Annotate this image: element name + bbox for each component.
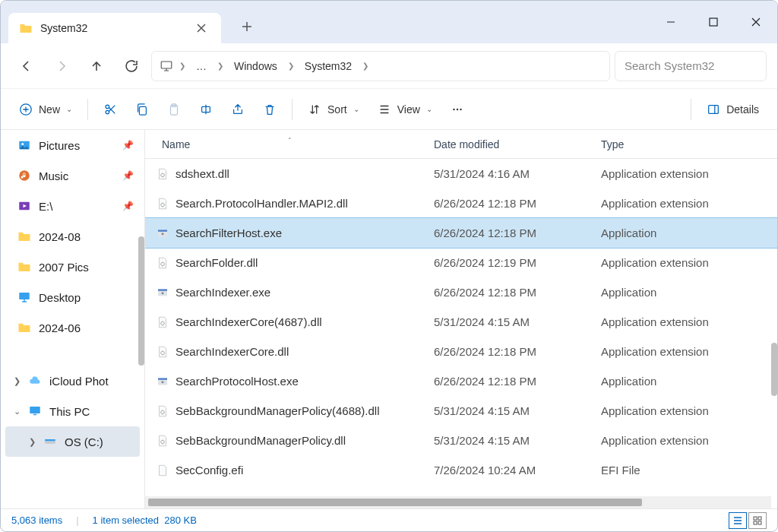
sidebar-item[interactable]: 2007 Pics <box>5 252 140 282</box>
svg-rect-0 <box>710 18 717 26</box>
svg-rect-1 <box>161 62 172 68</box>
sidebar-item[interactable]: 2024-06 <box>5 312 140 343</box>
folder-icon <box>19 21 33 35</box>
svg-rect-5 <box>139 106 146 115</box>
sort-icon <box>308 103 321 116</box>
file-name: Search.ProtocolHandler.MAPI2.dll <box>176 197 348 210</box>
sidebar-item[interactable]: ⌄This PC <box>5 396 140 426</box>
svg-rect-25 <box>158 230 167 231</box>
chevron-right-icon: ❯ <box>359 62 372 70</box>
tab-close-button[interactable] <box>192 19 210 37</box>
maximize-icon <box>708 17 719 27</box>
file-list[interactable]: sdshext.dll5/31/2024 4:16 AMApplication … <box>145 159 777 496</box>
up-button[interactable] <box>81 51 112 81</box>
back-button[interactable] <box>11 51 42 81</box>
breadcrumb-overflow[interactable]: … <box>191 57 211 75</box>
file-name: SebBackgroundManagerPolicy.dll <box>176 434 346 447</box>
ellipsis-icon <box>451 103 464 116</box>
file-date: 6/26/2024 12:18 PM <box>434 345 601 358</box>
sidebar-item[interactable]: ❯OS (C:) <box>5 426 140 457</box>
file-row[interactable]: SebBackgroundManagerPolicy(4688).dll5/31… <box>145 396 777 426</box>
file-type: Application extension <box>601 197 777 210</box>
chevron-down-icon: ⌄ <box>66 105 72 113</box>
maximize-button[interactable] <box>692 7 735 37</box>
details-view-button[interactable] <box>729 512 747 529</box>
sort-button[interactable]: Sort ⌄ <box>300 96 367 123</box>
file-row[interactable]: SearchFolder.dll6/26/2024 12:19 PMApplic… <box>145 248 777 277</box>
column-header-type[interactable]: Type <box>601 138 777 150</box>
chevron-right-icon: ❯ <box>214 62 226 70</box>
forward-button[interactable] <box>46 51 77 81</box>
file-row[interactable]: SearchIndexerCore(4687).dll5/31/2024 4:1… <box>145 307 777 337</box>
file-name: SearchProtocolHost.exe <box>176 375 299 388</box>
sidebar-item[interactable]: 2024-08 <box>5 221 140 252</box>
chevron-down-icon: ⌄ <box>426 105 432 113</box>
svg-point-11 <box>460 108 461 109</box>
more-button[interactable] <box>443 96 472 123</box>
column-header-date[interactable]: Date modified <box>434 138 601 150</box>
sort-label: Sort <box>327 103 347 116</box>
file-row[interactable]: SearchProtocolHost.exe6/26/2024 12:18 PM… <box>145 366 777 396</box>
details-pane-button[interactable]: Details <box>699 96 767 123</box>
sidebar-item[interactable]: ❯iCloud Phot <box>5 366 140 396</box>
sidebar-item[interactable]: E:\📌 <box>5 191 140 221</box>
file-type: Application <box>601 226 777 239</box>
horizontal-scrollbar[interactable] <box>145 496 771 508</box>
column-header-name[interactable]: ˄ Name <box>145 138 434 150</box>
refresh-button[interactable] <box>116 51 147 81</box>
file-row[interactable]: SearchIndexer.exe6/26/2024 12:18 PMAppli… <box>145 277 777 307</box>
minimize-button[interactable] <box>650 7 692 37</box>
file-type: Application extension <box>601 256 777 269</box>
arrow-up-icon <box>89 59 104 74</box>
search-input[interactable]: Search System32 <box>615 51 767 81</box>
view-button[interactable]: View ⌄ <box>370 96 440 123</box>
breadcrumb-item[interactable]: System32 <box>300 57 356 75</box>
tab[interactable]: System32 <box>8 13 221 43</box>
arrow-left-icon <box>19 59 34 74</box>
file-row[interactable]: SecConfig.efi7/26/2024 10:24 AMEFI File <box>145 455 777 485</box>
cut-button[interactable] <box>96 96 125 123</box>
breadcrumb-bar[interactable]: ❯ … ❯ Windows ❯ System32 ❯ <box>151 51 610 81</box>
svg-rect-17 <box>19 293 30 299</box>
file-row[interactable]: sdshext.dll5/31/2024 4:16 AMApplication … <box>145 159 777 188</box>
sidebar-item[interactable]: Desktop <box>5 282 140 312</box>
delete-button[interactable] <box>255 96 284 123</box>
expander-icon[interactable]: ⌄ <box>11 407 22 416</box>
expander-icon[interactable]: ❯ <box>11 376 22 386</box>
breadcrumb-item[interactable]: Windows <box>229 57 282 75</box>
monitor-icon <box>160 59 173 73</box>
rename-button[interactable] <box>191 96 220 123</box>
file-date: 6/26/2024 12:18 PM <box>434 197 601 210</box>
sidebar-scrollbar[interactable] <box>138 236 144 366</box>
share-button[interactable] <box>223 96 252 123</box>
list-icon <box>732 515 743 526</box>
file-row[interactable]: Search.ProtocolHandler.MAPI2.dll6/26/202… <box>145 188 777 218</box>
file-type: Application extension <box>601 345 777 358</box>
close-window-button[interactable] <box>735 7 777 37</box>
file-name: sdshext.dll <box>176 167 229 180</box>
view-icon <box>378 103 391 116</box>
new-button[interactable]: New ⌄ <box>11 96 80 123</box>
pin-icon: 📌 <box>122 140 134 150</box>
file-row[interactable]: SebBackgroundManagerPolicy.dll5/31/2024 … <box>145 426 777 455</box>
svg-rect-21 <box>45 439 55 441</box>
details-icon <box>707 103 720 116</box>
copy-button[interactable] <box>128 96 157 123</box>
scissors-icon <box>103 103 117 116</box>
file-list-scrollbar[interactable] <box>771 343 777 396</box>
file-name: SebBackgroundManagerPolicy(4688).dll <box>176 404 380 417</box>
file-row[interactable]: SearchFilterHost.exe6/26/2024 12:18 PMAp… <box>145 218 777 248</box>
sidebar-item[interactable]: Pictures📌 <box>5 130 140 160</box>
view-label: View <box>397 103 420 116</box>
file-type: Application extension <box>601 315 777 328</box>
arrow-right-icon <box>54 59 69 74</box>
paste-button[interactable] <box>160 96 188 123</box>
file-date: 6/26/2024 12:18 PM <box>434 286 601 299</box>
expander-icon[interactable]: ❯ <box>27 437 37 447</box>
sidebar-item[interactable]: Music📌 <box>5 160 140 191</box>
copy-icon <box>135 103 149 116</box>
file-name: SearchIndexer.exe <box>176 286 270 299</box>
new-tab-button[interactable] <box>233 13 261 40</box>
file-row[interactable]: SearchIndexerCore.dll6/26/2024 12:18 PMA… <box>145 337 777 366</box>
thumbnails-view-button[interactable] <box>748 512 767 529</box>
